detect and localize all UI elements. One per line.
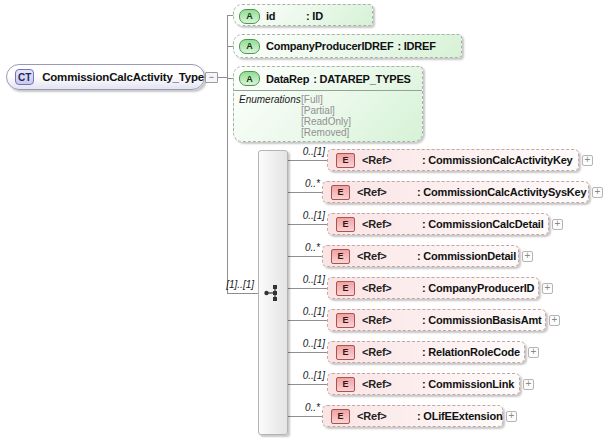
enumeration-value: [Partial] — [301, 105, 335, 116]
element-type-label: : CommissionBasisAmt — [422, 314, 541, 326]
cardinality-label: 0..[1] — [281, 306, 325, 317]
attribute-icon: A — [239, 39, 260, 54]
enumeration-value: [Removed] — [301, 127, 349, 138]
element-node[interactable]: E <Ref> : CommissionBasisAmt — [327, 309, 546, 331]
element-type-label: : CommissionLink — [422, 378, 514, 390]
attribute-name: id — [266, 10, 302, 22]
element-type-label: : CompanyProducerID — [422, 282, 534, 294]
element-ref-label: <Ref> — [362, 314, 422, 326]
expand-icon[interactable]: + — [592, 187, 603, 198]
cardinality-label: 0..* — [276, 178, 320, 189]
attribute-name: CompanyProducerIDREF — [266, 40, 393, 52]
attribute-node-company-producer-idref[interactable]: A CompanyProducerIDREF : IDREF — [233, 34, 462, 58]
expand-icon[interactable]: + — [523, 379, 534, 390]
element-node[interactable]: E <Ref> : CommissionCalcActivityKey — [327, 149, 579, 171]
element-ref-label: <Ref> — [362, 154, 422, 166]
element-ref-label: <Ref> — [362, 378, 422, 390]
element-node[interactable]: E <Ref> : CompanyProducerID — [327, 277, 539, 299]
cardinality-label: 0..[1] — [281, 210, 325, 221]
expand-icon[interactable]: + — [506, 411, 517, 422]
schema-diagram: CT CommissionCalcActivity_Type − A id : … — [0, 0, 603, 438]
element-type-label: : CommissionDetail — [417, 250, 516, 262]
element-type-label: : OLifEExtension — [417, 410, 502, 422]
element-ref-label: <Ref> — [357, 410, 417, 422]
element-node[interactable]: E <Ref> : CommissionLink — [327, 373, 520, 395]
enumeration-value: [ReadOnly] — [301, 116, 351, 127]
cardinality-label: 0..[1] — [281, 146, 325, 157]
element-node[interactable]: E <Ref> : CommissionDetail — [322, 245, 519, 267]
element-icon: E — [336, 345, 355, 360]
element-icon: E — [336, 281, 355, 296]
enumerations-label: Enumerations — [239, 94, 301, 138]
element-type-label: : RelationRoleCode — [422, 346, 520, 358]
attribute-node-id[interactable]: A id : ID — [233, 4, 373, 26]
element-icon: E — [336, 153, 355, 168]
element-node[interactable]: E <Ref> : CommissionCalcDetail — [327, 213, 549, 235]
element-icon: E — [336, 377, 355, 392]
expand-icon[interactable]: + — [552, 219, 563, 230]
sequence-icon — [262, 284, 286, 302]
expand-icon[interactable]: + — [549, 315, 560, 326]
element-ref-label: <Ref> — [357, 186, 417, 198]
element-icon: E — [336, 313, 355, 328]
element-icon: E — [331, 409, 350, 424]
element-node[interactable]: E <Ref> : OLifEExtension — [322, 405, 503, 427]
element-node[interactable]: E <Ref> : RelationRoleCode — [327, 341, 525, 363]
element-icon: E — [336, 217, 355, 232]
enumeration-values: [Full] [Partial] [ReadOnly] [Removed] — [301, 94, 351, 138]
element-type-label: : CommissionCalcDetail — [422, 218, 544, 230]
attribute-type: : DATAREP_TYPES — [313, 73, 410, 85]
element-ref-label: <Ref> — [362, 346, 422, 358]
cardinality-label: 0..[1] — [281, 274, 325, 285]
attribute-icon: A — [239, 71, 260, 86]
attribute-node-data-rep[interactable]: A DataRep : DATAREP_TYPES Enumerations [… — [233, 66, 423, 142]
attribute-type: : IDREF — [397, 40, 435, 52]
element-ref-label: <Ref> — [362, 218, 422, 230]
element-icon: E — [331, 249, 350, 264]
cardinality-label: 0..* — [276, 402, 320, 413]
element-node[interactable]: E <Ref> : CommissionCalcActivitySysKey — [322, 181, 589, 203]
expand-icon[interactable]: + — [522, 251, 533, 262]
element-icon: E — [331, 185, 350, 200]
element-ref-label: <Ref> — [357, 250, 417, 262]
attribute-type: : ID — [306, 10, 323, 22]
element-type-label: : CommissionCalcActivitySysKey — [417, 186, 586, 198]
attribute-name: DataRep — [266, 73, 309, 85]
collapse-icon[interactable]: − — [205, 72, 218, 83]
complex-type-node[interactable]: CT CommissionCalcActivity_Type — [6, 64, 205, 90]
expand-icon[interactable]: + — [542, 283, 553, 294]
sequence-cardinality-label: [1]..[1] — [210, 279, 254, 290]
cardinality-label: 0..[1] — [281, 338, 325, 349]
element-type-label: : CommissionCalcActivityKey — [422, 154, 572, 166]
cardinality-label: 0..* — [276, 242, 320, 253]
attribute-icon: A — [239, 9, 260, 24]
enumeration-value: [Full] — [301, 94, 323, 105]
expand-icon[interactable]: + — [528, 347, 539, 358]
complex-type-label: CommissionCalcActivity_Type — [42, 71, 204, 83]
expand-icon[interactable]: + — [582, 155, 593, 166]
element-ref-label: <Ref> — [362, 282, 422, 294]
cardinality-label: 0..[1] — [281, 370, 325, 381]
complex-type-icon: CT — [15, 69, 34, 85]
